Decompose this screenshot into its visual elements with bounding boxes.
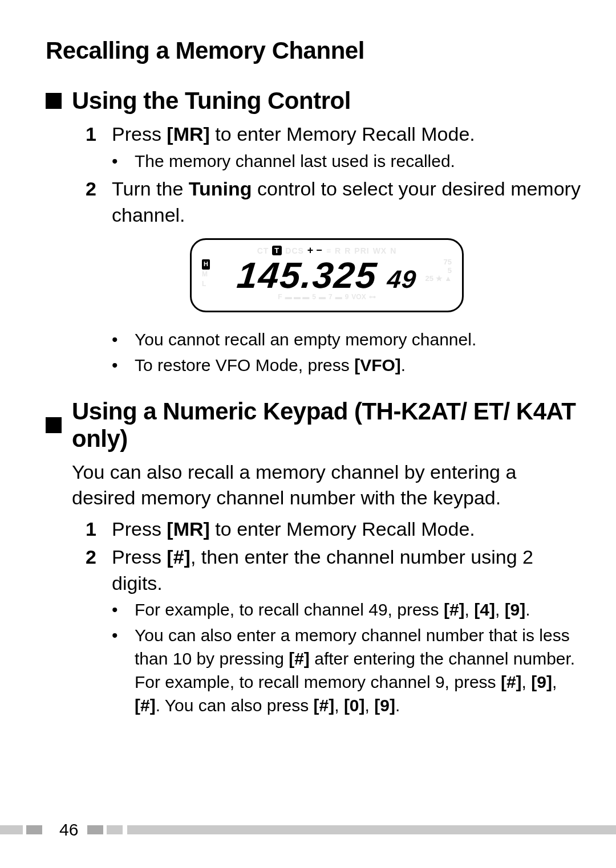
footer-bar-icon: [26, 825, 42, 834]
text: Press: [112, 546, 167, 568]
bullet-dot-icon: •: [112, 624, 135, 717]
bullet-text: To restore VFO Mode, press [VFO].: [135, 354, 582, 377]
text: to enter Memory Recall Mode.: [210, 518, 475, 540]
bullet-text: The memory channel last used is recalled…: [135, 150, 582, 173]
lcd-75: 75: [425, 258, 452, 266]
bullet: •To restore VFO Mode, press [VFO].: [112, 354, 582, 377]
step-number: 1: [86, 121, 112, 148]
step-1: 1 Press [MR] to enter Memory Recall Mode…: [86, 516, 582, 543]
text: . You can also press: [156, 696, 314, 715]
bullet-text: For example, to recall channel 49, press…: [135, 598, 582, 622]
text: ,: [334, 696, 344, 715]
lcd-25: 25: [425, 274, 433, 283]
lcd-channel: 49: [386, 265, 418, 294]
key-tuning: Tuning: [189, 178, 252, 199]
key-0: [0]: [344, 696, 365, 715]
section2-body: You can also recall a memory channel by …: [72, 459, 582, 717]
text: .: [525, 600, 530, 619]
text: .: [401, 356, 406, 374]
bullet-text: You cannot recall an empty memory channe…: [135, 328, 582, 352]
lcd-h-badge: H: [202, 259, 210, 269]
text: ,: [365, 696, 375, 715]
key-9: [9]: [374, 696, 395, 715]
text: ,: [465, 600, 475, 619]
lcd-n: N: [390, 246, 396, 255]
footer-bar-icon: [87, 825, 103, 834]
lcd-illustration: CT T DCS +− ≡ R R PRI WX N H M L 7: [72, 238, 582, 312]
step-text: Turn the Tuning control to select your d…: [112, 176, 582, 228]
section1-body: 1 Press [MR] to enter Memory Recall Mode…: [72, 121, 582, 377]
square-bullet-icon: [46, 417, 62, 433]
step1-bullets: •The memory channel last used is recalle…: [112, 150, 582, 173]
section1-steps: 1 Press [MR] to enter Memory Recall Mode…: [86, 121, 582, 148]
page: Recalling a Memory Channel Using the Tun…: [0, 0, 616, 868]
section1-steps-b: 2 Turn the Tuning control to select your…: [86, 176, 582, 228]
text: Turn the: [112, 178, 189, 199]
text: Press: [112, 518, 167, 540]
footer-bar-icon: [107, 825, 123, 834]
bullet: • You can also enter a memory channel nu…: [112, 624, 582, 717]
lcd-main-readout: 145.325 49: [201, 254, 453, 296]
triangle-icon: ▲: [444, 274, 452, 283]
step2-bullets: •You cannot recall an empty memory chann…: [112, 328, 582, 377]
page-number: 46: [59, 820, 78, 840]
star-icon: ★: [436, 274, 443, 283]
key-mr: [MR]: [167, 123, 210, 145]
bullet-dot-icon: •: [112, 598, 135, 622]
bullet-text: You can also enter a memory channel numb…: [135, 624, 582, 717]
key-4: [4]: [474, 600, 495, 619]
step-text: Press [MR] to enter Memory Recall Mode.: [112, 121, 582, 148]
lcd-left-indicators: H M L: [202, 259, 210, 288]
section1-heading-row: Using the Tuning Control: [46, 87, 582, 115]
bullet: •The memory channel last used is recalle…: [112, 150, 582, 173]
lcd-5: 5: [425, 267, 452, 275]
text: ,: [552, 673, 557, 691]
step-text: Press [#], then enter the channel number…: [112, 544, 582, 596]
text: To restore VFO Mode, press: [135, 356, 354, 374]
text: .: [395, 696, 400, 715]
key-hash: [#]: [501, 673, 522, 691]
section1-heading: Using the Tuning Control: [72, 87, 351, 115]
step-2: 2 Press [#], then enter the channel numb…: [86, 544, 582, 596]
section2-heading: Using a Numeric Keypad (TH-K2AT/ ET/ K4A…: [72, 398, 582, 453]
key-hash: [#]: [444, 600, 465, 619]
lcd-right-indicators: 75 5 25 ★ ▲: [425, 258, 452, 283]
text: For example, to recall channel 49, press: [135, 600, 444, 619]
lcd-frequency: 145.325: [235, 254, 379, 296]
text: Press: [112, 123, 167, 145]
key-hash: [#]: [167, 546, 191, 568]
section2-heading-row: Using a Numeric Keypad (TH-K2AT/ ET/ K4A…: [46, 398, 582, 453]
text: ,: [522, 673, 532, 691]
section2-intro: You can also recall a memory channel by …: [72, 459, 582, 511]
lcd-screen: CT T DCS +− ≡ R R PRI WX N H M L 7: [190, 238, 464, 312]
text: ,: [495, 600, 505, 619]
text: to enter Memory Recall Mode.: [210, 123, 475, 145]
footer-bar-icon: [127, 825, 616, 834]
bullet: • For example, to recall channel 49, pre…: [112, 598, 582, 622]
step-1: 1 Press [MR] to enter Memory Recall Mode…: [86, 121, 582, 148]
key-mr: [MR]: [167, 518, 210, 540]
page-title: Recalling a Memory Channel: [46, 37, 582, 64]
bullet-dot-icon: •: [112, 328, 135, 352]
key-9: [9]: [531, 673, 552, 691]
lcd-m: M: [202, 270, 210, 279]
key-hash: [#]: [314, 696, 335, 715]
key-vfo: [VFO]: [354, 356, 401, 374]
step-text: Press [MR] to enter Memory Recall Mode.: [112, 516, 582, 543]
step-number: 2: [86, 176, 112, 228]
key-9: [9]: [505, 600, 526, 619]
square-bullet-icon: [46, 93, 62, 109]
step-number: 2: [86, 544, 112, 596]
key-hash: [#]: [135, 696, 156, 715]
bullet: •You cannot recall an empty memory chann…: [112, 328, 582, 352]
bullet-dot-icon: •: [112, 354, 135, 377]
section2-steps: 1 Press [MR] to enter Memory Recall Mode…: [86, 516, 582, 597]
footer-bar-icon: [0, 825, 23, 834]
step-2: 2 Turn the Tuning control to select your…: [86, 176, 582, 228]
key-hash: [#]: [289, 649, 310, 668]
step-number: 1: [86, 516, 112, 543]
page-footer: 46: [0, 825, 616, 835]
section2-step2-bullets: • For example, to recall channel 49, pre…: [112, 598, 582, 717]
bullet-dot-icon: •: [112, 150, 135, 173]
lcd-l: L: [202, 279, 210, 289]
